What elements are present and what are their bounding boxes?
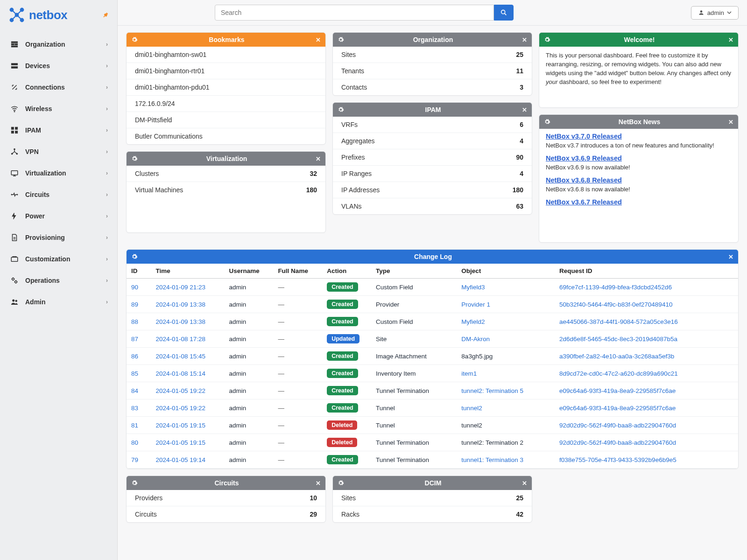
time-link[interactable]: 2024-01-05 19:15 xyxy=(155,422,205,429)
time-link[interactable]: 2024-01-05 19:22 xyxy=(155,405,205,412)
id-link[interactable]: 88 xyxy=(131,318,138,325)
request-id-link[interactable]: 69fce7cf-1139-4d99-bfea-f3dcbd2452d6 xyxy=(559,284,672,291)
close-icon[interactable]: ✕ xyxy=(522,480,527,487)
list-item[interactable]: Clusters32 xyxy=(127,166,325,182)
time-link[interactable]: 2024-01-05 19:14 xyxy=(155,456,205,463)
nav-item-devices[interactable]: Devices› xyxy=(0,55,117,77)
id-link[interactable]: 84 xyxy=(131,387,138,394)
column-header[interactable]: ID xyxy=(127,264,151,279)
request-id-link[interactable]: 50b32f40-5464-4f9c-b83f-0ef270489410 xyxy=(559,301,672,308)
nav-item-vpn[interactable]: VPN› xyxy=(0,141,117,162)
object-link[interactable]: Myfield2 xyxy=(461,318,485,325)
nav-item-virtualization[interactable]: Virtualization› xyxy=(0,162,117,184)
id-link[interactable]: 89 xyxy=(131,301,138,308)
column-header[interactable]: Object xyxy=(457,264,555,279)
time-link[interactable]: 2024-01-05 19:22 xyxy=(155,387,205,394)
close-icon[interactable]: ✕ xyxy=(728,253,733,260)
id-link[interactable]: 81 xyxy=(131,422,138,429)
nav-item-connections[interactable]: Connections› xyxy=(0,77,117,98)
request-id-link[interactable]: 92d02d9c-562f-49f0-baa8-adb22904760d xyxy=(559,422,676,429)
time-link[interactable]: 2024-01-09 21:23 xyxy=(155,284,205,291)
gear-icon[interactable] xyxy=(544,36,550,43)
list-item[interactable]: VLANs63 xyxy=(333,198,532,214)
list-item[interactable]: Virtual Machines180 xyxy=(127,182,325,198)
logo[interactable]: netbox xyxy=(8,7,67,23)
bookmark-item[interactable]: DM-Pittsfield xyxy=(127,112,325,128)
column-header[interactable]: Request ID xyxy=(555,264,738,279)
close-icon[interactable]: ✕ xyxy=(728,36,733,43)
list-item[interactable]: Racks42 xyxy=(333,506,532,522)
column-header[interactable]: Type xyxy=(371,264,457,279)
nav-item-admin[interactable]: Admin› xyxy=(0,291,117,313)
close-icon[interactable]: ✕ xyxy=(522,36,527,43)
id-link[interactable]: 85 xyxy=(131,370,138,377)
gear-icon[interactable] xyxy=(131,155,138,162)
column-header[interactable]: Action xyxy=(322,264,371,279)
gear-icon[interactable] xyxy=(544,119,550,125)
list-item[interactable]: Prefixes90 xyxy=(333,149,532,166)
object-link[interactable]: tunnel2 xyxy=(461,405,482,412)
bookmark-item[interactable]: dmi01-binghamton-pdu01 xyxy=(127,79,325,96)
close-icon[interactable]: ✕ xyxy=(728,119,733,126)
nav-item-organization[interactable]: Organization› xyxy=(0,34,117,55)
object-link[interactable]: tunnel2: Termination 5 xyxy=(461,387,523,394)
object-link[interactable]: DM-Akron xyxy=(461,336,490,343)
pin-icon[interactable] xyxy=(102,12,109,18)
column-header[interactable]: Time xyxy=(151,264,224,279)
gear-icon[interactable] xyxy=(338,480,344,486)
list-item[interactable]: Providers10 xyxy=(127,490,325,506)
list-item[interactable]: IP Addresses180 xyxy=(333,182,532,198)
gear-icon[interactable] xyxy=(131,253,138,260)
close-icon[interactable]: ✕ xyxy=(316,480,321,487)
search-input[interactable] xyxy=(215,5,494,21)
time-link[interactable]: 2024-01-08 15:14 xyxy=(155,370,205,377)
gear-icon[interactable] xyxy=(131,36,138,43)
id-link[interactable]: 83 xyxy=(131,405,138,412)
column-header[interactable]: Username xyxy=(225,264,274,279)
search-button[interactable] xyxy=(494,5,514,21)
time-link[interactable]: 2024-01-08 15:45 xyxy=(155,353,205,360)
time-link[interactable]: 2024-01-08 17:28 xyxy=(155,336,205,343)
id-link[interactable]: 80 xyxy=(131,439,138,446)
list-item[interactable]: IP Ranges4 xyxy=(333,166,532,182)
close-icon[interactable]: ✕ xyxy=(316,36,321,43)
request-id-link[interactable]: 8d9cd72e-cd0c-47c2-a620-dc899a690c21 xyxy=(559,370,678,377)
user-menu-button[interactable]: admin xyxy=(691,6,739,20)
nav-item-customization[interactable]: Customization› xyxy=(0,248,117,270)
bookmark-item[interactable]: 172.16.0.9/24 xyxy=(127,96,325,112)
object-link[interactable]: tunnel1: Termination 3 xyxy=(461,456,523,463)
list-item[interactable]: Sites25 xyxy=(333,47,532,63)
id-link[interactable]: 87 xyxy=(131,336,138,343)
nav-item-provisioning[interactable]: Provisioning› xyxy=(0,227,117,248)
list-item[interactable]: VRFs6 xyxy=(333,117,532,133)
list-item[interactable]: Circuits29 xyxy=(127,506,325,522)
request-id-link[interactable]: e09c64a6-93f3-419a-8ea9-229585f7c6ae xyxy=(559,405,676,412)
time-link[interactable]: 2024-01-05 19:15 xyxy=(155,439,205,446)
nav-item-circuits[interactable]: Circuits› xyxy=(0,184,117,205)
request-id-link[interactable]: 2d6d6e8f-5465-45dc-8ec3-2019d4087b5a xyxy=(559,336,677,343)
bookmark-item[interactable]: Butler Communications xyxy=(127,128,325,144)
object-link[interactable]: Provider 1 xyxy=(461,301,490,308)
bookmark-item[interactable]: dmi01-binghamton-rtr01 xyxy=(127,63,325,79)
object-link[interactable]: Myfield3 xyxy=(461,284,485,291)
news-headline-link[interactable]: NetBox v3.6.9 Released xyxy=(546,154,622,162)
nav-item-operations[interactable]: Operations› xyxy=(0,270,117,291)
news-headline-link[interactable]: NetBox v3.6.7 Released xyxy=(546,198,622,206)
list-item[interactable]: Contacts3 xyxy=(333,79,532,95)
nav-item-power[interactable]: Power› xyxy=(0,205,117,227)
column-header[interactable]: Full Name xyxy=(273,264,322,279)
list-item[interactable]: Sites25 xyxy=(333,490,532,506)
nav-item-ipam[interactable]: IPAM› xyxy=(0,119,117,141)
object-link[interactable]: item1 xyxy=(461,370,477,377)
news-headline-link[interactable]: NetBox v3.6.8 Released xyxy=(546,176,622,184)
close-icon[interactable]: ✕ xyxy=(522,106,527,113)
bookmark-item[interactable]: dmi01-binghamton-sw01 xyxy=(127,47,325,63)
gear-icon[interactable] xyxy=(338,36,344,43)
time-link[interactable]: 2024-01-09 13:38 xyxy=(155,301,205,308)
list-item[interactable]: Tenants11 xyxy=(333,63,532,79)
request-id-link[interactable]: a390fbef-2a82-4e10-aa0a-3c268aa5ef3b xyxy=(559,353,674,360)
nav-item-wireless[interactable]: Wireless› xyxy=(0,98,117,119)
id-link[interactable]: 90 xyxy=(131,284,138,291)
request-id-link[interactable]: 92d02d9c-562f-49f0-baa8-adb22904760d xyxy=(559,439,676,446)
list-item[interactable]: Aggregates4 xyxy=(333,133,532,149)
